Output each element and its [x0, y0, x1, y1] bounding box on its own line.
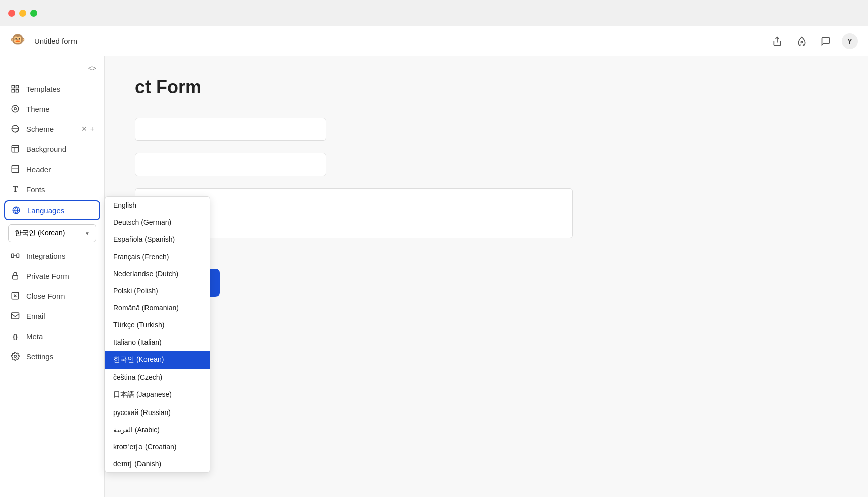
main-layout: <> Templates Theme Scheme ✕ +: [0, 56, 868, 497]
fonts-label: Fonts: [26, 185, 45, 194]
dropdown-item-turkish[interactable]: Türkçe (Turkish): [105, 316, 210, 334]
email-label: Email: [26, 312, 45, 320]
dropdown-item-japanese[interactable]: 日本語 (Japanese): [105, 386, 210, 404]
languages-label: Languages: [27, 206, 64, 215]
app-header: 🐵 Untitled form Y: [0, 26, 868, 56]
dropdown-item-russian[interactable]: русский (Russian): [105, 404, 210, 421]
rocket-icon[interactable]: [793, 33, 810, 49]
dropdown-item-italian[interactable]: Italiano (Italian): [105, 334, 210, 351]
sidebar-item-languages[interactable]: Languages: [4, 200, 100, 220]
form-field-2: [135, 153, 838, 176]
sidebar-item-settings[interactable]: Settings: [0, 346, 104, 366]
dropdown-item-french[interactable]: Français (French): [105, 248, 210, 265]
dropdown-item-spanish[interactable]: Española (Spanish): [105, 231, 210, 248]
close-button[interactable]: [8, 10, 15, 17]
integrations-icon: [10, 251, 20, 261]
settings-label: Settings: [26, 352, 53, 361]
dropdown-item-croatian[interactable]: kroʊˈeɪʃə (Croatian): [105, 438, 210, 455]
svg-point-6: [14, 108, 17, 110]
svg-rect-12: [12, 254, 14, 258]
form-field-3: [135, 188, 838, 240]
email-icon: [10, 311, 20, 321]
sidebar-item-fonts[interactable]: T Fonts: [0, 179, 104, 199]
svg-rect-5: [12, 90, 14, 92]
sidebar-item-background[interactable]: Background: [0, 139, 104, 159]
titlebar: [0, 0, 868, 26]
form-input-2[interactable]: [135, 153, 326, 176]
svg-rect-14: [13, 275, 18, 279]
sidebar-item-private-form[interactable]: Private Form: [0, 266, 104, 286]
svg-rect-3: [16, 85, 19, 88]
sidebar-item-theme[interactable]: Theme: [0, 99, 104, 119]
svg-point-17: [14, 355, 17, 358]
fonts-icon: T: [10, 184, 20, 194]
language-select-container: 한국인 (Korean) ▼: [0, 221, 104, 245]
svg-point-7: [12, 105, 19, 112]
sidebar-toggle[interactable]: <>: [0, 62, 104, 78]
theme-icon: [10, 104, 20, 114]
app-logo: 🐵: [10, 32, 28, 50]
scheme-label: Scheme: [26, 125, 54, 133]
sidebar-item-meta[interactable]: {} Meta: [0, 326, 104, 346]
scheme-delete-icon[interactable]: ✕: [81, 125, 87, 133]
comment-icon[interactable]: [818, 33, 834, 49]
form-title: ct Form: [135, 76, 838, 98]
dropdown-item-german[interactable]: Deutsch (German): [105, 214, 210, 231]
sidebar-item-scheme[interactable]: Scheme ✕ +: [0, 119, 104, 139]
close-form-icon: [10, 291, 20, 301]
sidebar-item-header[interactable]: Header: [0, 159, 104, 179]
sidebar-item-integrations[interactable]: Integrations: [0, 245, 104, 266]
svg-rect-16: [12, 313, 19, 319]
scheme-add-icon[interactable]: +: [90, 125, 94, 133]
dropdown-item-polish[interactable]: Polski (Polish): [105, 282, 210, 299]
dropdown-item-danish[interactable]: deɪnɪʃ (Danish): [105, 455, 210, 472]
language-select[interactable]: 한국인 (Korean) ▼: [8, 224, 96, 242]
app-title: Untitled form: [34, 37, 77, 45]
private-form-icon: [10, 271, 20, 281]
scheme-icon: [10, 124, 20, 134]
languages-icon: [11, 205, 21, 215]
sidebar: <> Templates Theme Scheme ✕ +: [0, 56, 105, 497]
sidebar-item-templates[interactable]: Templates: [0, 78, 104, 99]
private-form-label: Private Form: [26, 272, 69, 280]
share-icon[interactable]: [769, 33, 785, 49]
form-field-1: [135, 118, 838, 141]
scheme-actions: ✕ +: [81, 125, 94, 133]
header-icon: [10, 164, 20, 174]
dropdown-item-korean[interactable]: 한국인 (Korean): [105, 351, 210, 369]
theme-label: Theme: [26, 105, 50, 113]
templates-label: Templates: [26, 85, 60, 93]
dropdown-item-romanian[interactable]: Română (Romanian): [105, 299, 210, 316]
svg-rect-10: [12, 165, 19, 173]
dropdown-item-czech[interactable]: čeština (Czech): [105, 369, 210, 386]
sidebar-item-close-form[interactable]: Close Form: [0, 286, 104, 306]
integrations-label: Integrations: [26, 252, 65, 260]
meta-icon: {}: [10, 331, 20, 341]
dropdown-list: English Deutsch (German) Española (Spani…: [105, 196, 210, 473]
svg-rect-2: [12, 85, 14, 88]
header-actions: Y: [769, 33, 858, 49]
maximize-button[interactable]: [30, 10, 37, 17]
svg-point-1: [801, 41, 802, 43]
language-dropdown: English Deutsch (German) Española (Spani…: [105, 196, 210, 473]
chevron-down-icon: ▼: [85, 231, 90, 236]
close-form-label: Close Form: [26, 292, 65, 300]
dropdown-item-english[interactable]: English: [105, 197, 210, 214]
dropdown-item-arabic[interactable]: العربية (Arabic): [105, 421, 210, 438]
traffic-lights: [8, 10, 37, 17]
svg-rect-4: [16, 90, 19, 92]
templates-icon: [10, 84, 20, 94]
user-avatar[interactable]: Y: [842, 33, 858, 49]
content-area: ct Form 제출하다 English Deutsch (German) Es…: [105, 56, 868, 497]
form-input-1[interactable]: [135, 118, 326, 141]
minimize-button[interactable]: [19, 10, 26, 17]
svg-rect-13: [17, 254, 19, 258]
background-label: Background: [26, 145, 66, 153]
language-select-value: 한국인 (Korean): [15, 229, 65, 238]
toggle-icon: <>: [88, 64, 96, 72]
sidebar-item-email[interactable]: Email: [0, 306, 104, 326]
header-label: Header: [26, 165, 51, 174]
meta-label: Meta: [26, 332, 43, 341]
dropdown-item-dutch[interactable]: Nederlandse (Dutch): [105, 265, 210, 282]
svg-rect-9: [12, 145, 19, 152]
